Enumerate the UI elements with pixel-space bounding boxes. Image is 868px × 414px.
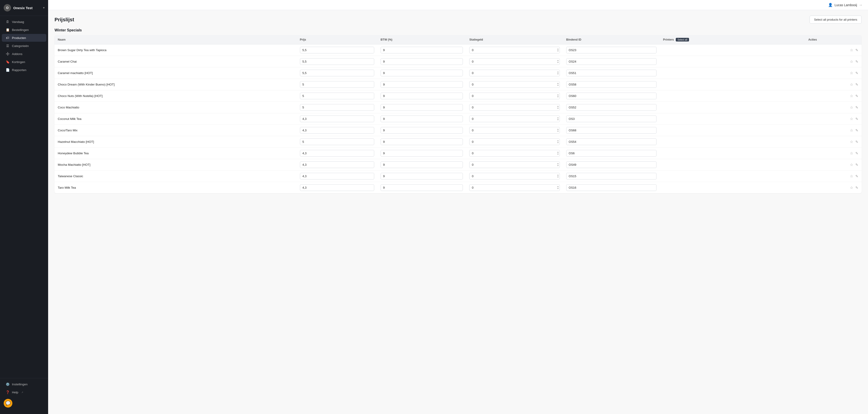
spin-down-icon[interactable]: ▼ (557, 62, 559, 63)
edit-icon[interactable]: ✎ (856, 106, 858, 110)
price-input[interactable] (300, 58, 374, 65)
btw-input[interactable] (381, 173, 463, 179)
select-all-products-button[interactable]: Select all products for all printers (810, 16, 862, 24)
spin-up-icon[interactable]: ▲ (557, 48, 559, 50)
btw-input[interactable] (381, 70, 463, 76)
favorite-icon[interactable]: ☆ (850, 71, 853, 75)
spin-up-icon[interactable]: ▲ (557, 140, 559, 142)
statiegeld-input[interactable] (469, 161, 560, 168)
favorite-icon[interactable]: ☆ (850, 128, 853, 132)
price-input[interactable] (300, 139, 374, 145)
edit-icon[interactable]: ✎ (856, 71, 858, 75)
bindend-id-input[interactable] (566, 47, 657, 53)
sidebar-item-help[interactable]: ❓ Help ↗ (2, 388, 46, 396)
statiegeld-input[interactable] (469, 104, 560, 111)
favorite-icon[interactable]: ☆ (850, 82, 853, 87)
price-input[interactable] (300, 81, 374, 88)
favorite-icon[interactable]: ☆ (850, 48, 853, 52)
bindend-id-input[interactable] (566, 161, 657, 168)
edit-icon[interactable]: ✎ (856, 83, 858, 87)
spin-up-icon[interactable]: ▲ (557, 174, 559, 176)
edit-icon[interactable]: ✎ (856, 48, 858, 52)
favorite-icon[interactable]: ☆ (850, 117, 853, 121)
spin-up-icon[interactable]: ▲ (557, 117, 559, 119)
spin-up-icon[interactable]: ▲ (557, 128, 559, 130)
bindend-id-input[interactable] (566, 93, 657, 99)
sidebar-item-rapporten[interactable]: 📄 Rapporten (2, 66, 46, 74)
statiegeld-input[interactable] (469, 58, 560, 65)
price-input[interactable] (300, 116, 374, 122)
spin-up-icon[interactable]: ▲ (557, 151, 559, 153)
edit-icon[interactable]: ✎ (856, 117, 858, 121)
btw-input[interactable] (381, 150, 463, 156)
spin-down-icon[interactable]: ▼ (557, 108, 559, 109)
price-input[interactable] (300, 104, 374, 111)
btw-input[interactable] (381, 139, 463, 145)
spin-up-icon[interactable]: ▲ (557, 163, 559, 165)
favorite-icon[interactable]: ☆ (850, 140, 853, 144)
spin-down-icon[interactable]: ▼ (557, 85, 559, 86)
favorite-icon[interactable]: ☆ (850, 59, 853, 64)
sidebar-item-bestellingen[interactable]: 📋 Bestellingen (2, 26, 46, 34)
spin-down-icon[interactable]: ▼ (557, 119, 559, 121)
sidebar-item-instellingen[interactable]: ⚙️ Instellingen (2, 380, 46, 388)
btw-input[interactable] (381, 116, 463, 122)
edit-icon[interactable]: ✎ (856, 140, 858, 144)
bindend-id-input[interactable] (566, 104, 657, 111)
printers-select-all-badge[interactable]: Select all (676, 38, 689, 41)
sidebar-item-producten[interactable]: 🏷 Producten (2, 34, 46, 42)
logout-icon[interactable]: → (859, 3, 863, 7)
statiegeld-input[interactable] (469, 173, 560, 179)
price-input[interactable] (300, 150, 374, 156)
statiegeld-input[interactable] (469, 139, 560, 145)
statiegeld-input[interactable] (469, 70, 560, 76)
spin-up-icon[interactable]: ▲ (557, 71, 559, 73)
bindend-id-input[interactable] (566, 116, 657, 122)
spin-down-icon[interactable]: ▼ (557, 50, 559, 52)
sidebar-item-vandaag[interactable]: 🗓 Vandaag (2, 18, 46, 26)
statiegeld-input[interactable] (469, 116, 560, 122)
edit-icon[interactable]: ✎ (856, 174, 858, 178)
chat-bubble-button[interactable]: 💬 (4, 399, 12, 408)
edit-icon[interactable]: ✎ (856, 94, 858, 98)
bindend-id-input[interactable] (566, 150, 657, 156)
statiegeld-input[interactable] (469, 150, 560, 156)
spin-down-icon[interactable]: ▼ (557, 188, 559, 189)
price-input[interactable] (300, 93, 374, 99)
favorite-icon[interactable]: ☆ (850, 94, 853, 98)
sidebar-header[interactable]: O Onesix Test ▾ (0, 0, 48, 16)
bindend-id-input[interactable] (566, 173, 657, 179)
spin-up-icon[interactable]: ▲ (557, 106, 559, 107)
statiegeld-input[interactable] (469, 81, 560, 88)
btw-input[interactable] (381, 93, 463, 99)
favorite-icon[interactable]: ☆ (850, 105, 853, 110)
spin-up-icon[interactable]: ▲ (557, 60, 559, 61)
statiegeld-input[interactable] (469, 127, 560, 134)
favorite-icon[interactable]: ☆ (850, 151, 853, 155)
spin-down-icon[interactable]: ▼ (557, 142, 559, 144)
edit-icon[interactable]: ✎ (856, 60, 858, 64)
price-input[interactable] (300, 161, 374, 168)
spin-up-icon[interactable]: ▲ (557, 83, 559, 84)
btw-input[interactable] (381, 81, 463, 88)
price-input[interactable] (300, 127, 374, 134)
price-input[interactable] (300, 47, 374, 53)
bindend-id-input[interactable] (566, 81, 657, 88)
favorite-icon[interactable]: ☆ (850, 162, 853, 167)
spin-down-icon[interactable]: ▼ (557, 130, 559, 132)
spin-down-icon[interactable]: ▼ (557, 153, 559, 155)
btw-input[interactable] (381, 47, 463, 53)
edit-icon[interactable]: ✎ (856, 186, 858, 190)
btw-input[interactable] (381, 127, 463, 134)
sidebar-item-addons[interactable]: ➕ Addons (2, 50, 46, 58)
spin-down-icon[interactable]: ▼ (557, 73, 559, 75)
statiegeld-input[interactable] (469, 47, 560, 53)
statiegeld-input[interactable] (469, 184, 560, 191)
spin-down-icon[interactable]: ▼ (557, 96, 559, 98)
bindend-id-input[interactable] (566, 139, 657, 145)
btw-input[interactable] (381, 104, 463, 111)
edit-icon[interactable]: ✎ (856, 163, 858, 167)
bindend-id-input[interactable] (566, 127, 657, 134)
btw-input[interactable] (381, 184, 463, 191)
bindend-id-input[interactable] (566, 184, 657, 191)
